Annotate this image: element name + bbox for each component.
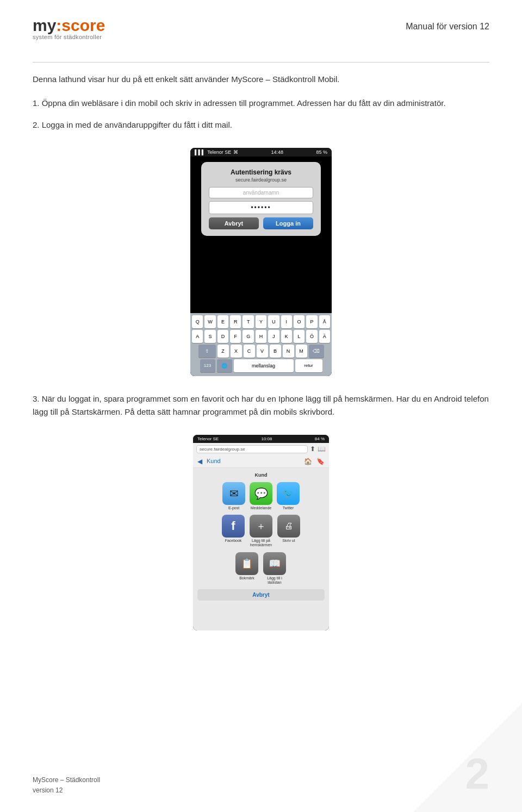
nav-home-icon[interactable]: 🏠: [304, 458, 312, 465]
facebook-share-icon[interactable]: f: [222, 515, 245, 538]
add-home-share-label: Lägg till på hemskärmen: [249, 539, 273, 548]
phone2-browser-bar: secure.fairdealgroup.se ⬆ 📖: [193, 443, 329, 455]
intro-paragraph: Denna lathund visar hur du på ett enkelt…: [33, 73, 489, 86]
key-ae[interactable]: Ä: [319, 330, 330, 343]
share-item-messages: 💬 Meddelande: [250, 482, 272, 510]
username-input[interactable]: användarnamn: [209, 187, 313, 198]
key-e[interactable]: E: [217, 315, 228, 328]
key-n[interactable]: N: [283, 345, 294, 358]
phone1-time: 14:48: [271, 149, 284, 155]
nav-back-arrow[interactable]: ◀: [197, 458, 202, 465]
signal-icon: ▌▌▌: [195, 149, 205, 155]
phone2-battery: 84 %: [315, 436, 325, 441]
nav-bookmark-icon[interactable]: 🔖: [316, 458, 325, 465]
keyboard-row-1: Q W E R T Y U I O P Å: [192, 315, 330, 328]
share-item-facebook: f Facebook: [222, 515, 245, 548]
key-m[interactable]: M: [296, 345, 307, 358]
phone1-status-right: 85 %: [316, 149, 327, 155]
key-u[interactable]: U: [268, 315, 279, 328]
phone1-status-left: ▌▌▌ Telenor SE ⌘: [195, 149, 238, 155]
twitter-share-label: Twitter: [283, 506, 294, 510]
auth-dialog-box: Autentisering krävs secure.fairdealgroup…: [201, 162, 321, 236]
key-v[interactable]: V: [257, 345, 268, 358]
key-h[interactable]: H: [256, 330, 266, 343]
login-button[interactable]: Logga in: [263, 217, 313, 229]
mail-share-label: E-post: [228, 506, 239, 510]
logo-tagline: system för städkontroller: [33, 34, 102, 40]
keyboard-row-4: 123 🌐 mellanslag retur: [192, 359, 330, 372]
mail-share-icon[interactable]: ✉: [222, 482, 245, 505]
step-3-text: 3. När du loggat in, spara programmet so…: [33, 392, 489, 419]
step-2: 2. Logga in med de användaruppgifter du …: [33, 118, 489, 132]
twitter-share-icon[interactable]: 🐦: [277, 482, 300, 505]
share-item-twitter: 🐦 Twitter: [277, 482, 300, 510]
key-a[interactable]: A: [192, 330, 203, 343]
key-y[interactable]: Y: [256, 315, 266, 328]
bookmark-share-icon[interactable]: 📋: [235, 552, 258, 575]
browser-url-bar[interactable]: secure.fairdealgroup.se: [196, 445, 308, 453]
logo-colon: :: [56, 16, 61, 35]
copy-share-icon[interactable]: 🖨: [277, 515, 300, 538]
share-icons-row-1: ✉ E-post 💬 Meddelande 🐦 Twitter: [197, 482, 325, 510]
key-w[interactable]: W: [204, 315, 215, 328]
phone2-status-bar: Telenor SE 10:08 84 %: [193, 435, 329, 443]
cancel-button[interactable]: Avbryt: [209, 217, 259, 229]
phone-screenshot-1-container: ▌▌▌ Telenor SE ⌘ 14:48 85 % Autentiserin…: [33, 148, 489, 376]
key-s[interactable]: S: [204, 330, 215, 343]
key-p[interactable]: P: [306, 315, 317, 328]
carrier-name: Telenor SE: [207, 149, 231, 155]
key-x[interactable]: X: [231, 345, 242, 358]
logo-my-text: my: [33, 16, 56, 35]
share-cancel-button[interactable]: Avbryt: [197, 589, 325, 601]
key-k[interactable]: K: [281, 330, 292, 343]
footer-left: MyScore – Städkontroll version 12: [33, 775, 100, 796]
key-o[interactable]: O: [294, 315, 304, 328]
corner-decoration: [413, 703, 522, 812]
key-q[interactable]: Q: [192, 315, 203, 328]
key-f[interactable]: F: [230, 330, 241, 343]
phone-screen-1: ▌▌▌ Telenor SE ⌘ 14:48 85 % Autentiserin…: [190, 148, 332, 376]
step-1-number: 1.: [33, 98, 40, 108]
footer-version: version 12: [33, 785, 100, 796]
key-num[interactable]: 123: [200, 359, 215, 372]
key-b[interactable]: B: [270, 345, 281, 358]
phone1-keyboard: Q W E R T Y U I O P Å A S: [190, 313, 332, 376]
key-j[interactable]: J: [268, 330, 279, 343]
key-r[interactable]: R: [230, 315, 241, 328]
share-title: Kund: [197, 472, 325, 478]
key-c[interactable]: C: [244, 345, 255, 358]
step-2-text: 2. Logga in med de användaruppgifter du …: [33, 118, 489, 132]
key-z[interactable]: Z: [217, 345, 229, 358]
page: my:score system för städkontroller Manua…: [0, 0, 522, 812]
step-1-content: Öppna din webläsare i din mobil och skri…: [42, 98, 446, 108]
phone2-carrier: Telenor SE: [197, 436, 219, 441]
nav-back-label[interactable]: Kund: [207, 458, 221, 465]
add-home-share-icon[interactable]: ＋: [250, 515, 272, 538]
key-space[interactable]: mellanslag: [234, 359, 294, 372]
key-shift[interactable]: ⇧: [198, 345, 216, 358]
share-icons-row-3: 📋 Bokmärk 📖 Lägg till i läslistan: [197, 552, 325, 585]
keyboard-row-2: A S D F G H J K L Ö Ä: [192, 330, 330, 343]
reading-share-icon[interactable]: 📖: [263, 552, 286, 575]
share-icon[interactable]: ⬆: [310, 445, 315, 453]
bookmark-icon[interactable]: 📖: [318, 445, 326, 453]
key-l[interactable]: L: [294, 330, 304, 343]
key-delete[interactable]: ⌫: [309, 345, 324, 358]
phone2-share-sheet: Kund ✉ E-post 💬 Meddelande 🐦: [193, 468, 329, 630]
logo-score-text: score: [61, 16, 105, 35]
step-2-content: Logga in med de användaruppgifter du fåt…: [42, 120, 232, 129]
phone1-battery: 85 %: [316, 149, 327, 155]
dialog-buttons: Avbryt Logga in: [209, 217, 313, 229]
phone2-time: 10:08: [261, 436, 272, 441]
key-t[interactable]: T: [243, 315, 253, 328]
key-oe[interactable]: Ö: [306, 330, 317, 343]
key-aa[interactable]: Å: [319, 315, 330, 328]
key-g[interactable]: G: [243, 330, 253, 343]
key-globe[interactable]: 🌐: [217, 359, 232, 372]
share-item-reading: 📖 Lägg till i läslistan: [263, 552, 287, 585]
password-input[interactable]: ••••••: [209, 201, 313, 214]
key-return[interactable]: retur: [295, 359, 322, 372]
key-i[interactable]: I: [281, 315, 292, 328]
key-d[interactable]: D: [217, 330, 228, 343]
messages-share-icon[interactable]: 💬: [250, 482, 272, 505]
